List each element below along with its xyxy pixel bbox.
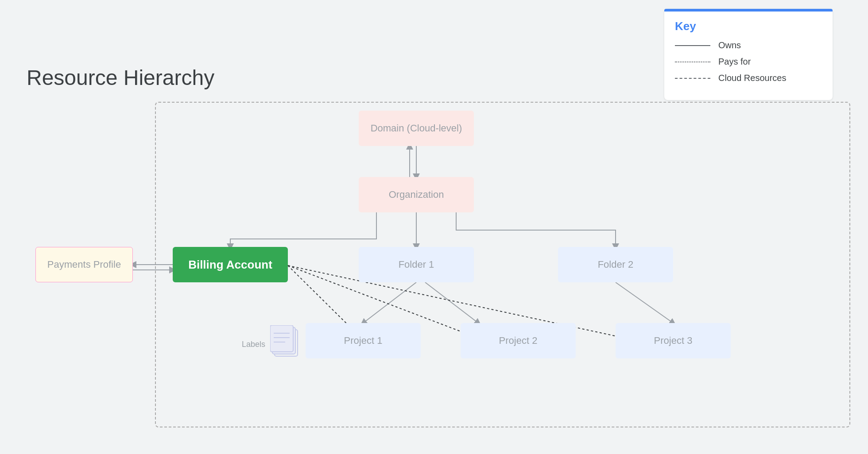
key-pays-label: Pays for [718,57,751,67]
key-panel: Key Owns Pays for Cloud Resources [664,9,833,100]
labels-text: Labels [242,340,265,349]
domain-node: Domain (Cloud-level) [359,111,474,146]
organization-node: Organization [359,177,474,212]
project1-node: Project 1 [306,323,421,358]
key-cloud-label: Cloud Resources [718,73,786,83]
solid-line-icon [675,45,710,46]
svg-rect-13 [270,325,293,352]
dashed-line-icon [675,78,710,79]
key-row-cloud: Cloud Resources [675,73,822,83]
payments-profile-node: Payments Profile [35,247,133,282]
labels-papers-icon [270,325,301,362]
dotted-line-icon [675,62,710,62]
project2-node: Project 2 [461,323,576,358]
project3-node: Project 3 [616,323,731,358]
page-title: Resource Hierarchy [27,65,214,90]
billing-account-node: Billing Account [173,247,288,282]
diagram: Domain (Cloud-level) Organization Paymen… [13,88,855,445]
folder1-node: Folder 1 [359,247,474,282]
key-title: Key [675,19,822,33]
key-owns-label: Owns [718,40,741,50]
folder2-node: Folder 2 [558,247,673,282]
key-top-bar [664,9,833,12]
key-row-pays: Pays for [675,57,822,67]
key-row-owns: Owns [675,40,822,50]
